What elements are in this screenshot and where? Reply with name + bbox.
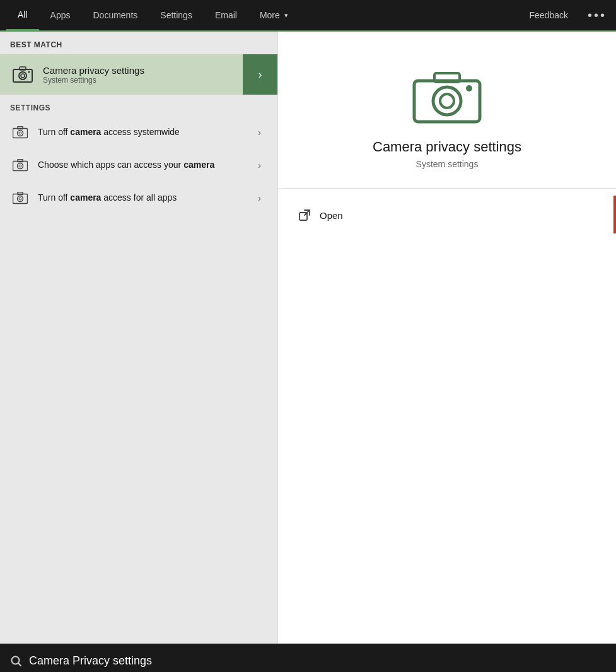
setting-row-3-text: Turn off camera access for all apps [30, 192, 258, 204]
main-content: Best match Camera privacy settings Syste… [0, 32, 616, 644]
setting-row-2-arrow: › [258, 160, 267, 170]
camera-icon-2 [10, 155, 30, 175]
selected-item-text: Camera privacy settings System settings [35, 65, 267, 85]
svg-point-10 [18, 163, 23, 169]
best-match-label: Best match [0, 32, 277, 54]
svg-point-4 [28, 71, 30, 73]
camera-icon-1 [10, 122, 30, 143]
svg-point-7 [19, 132, 21, 134]
setting-row-1[interactable]: Turn off camera access systemwide › [0, 116, 277, 149]
more-options-button[interactable]: ••• [584, 8, 610, 23]
svg-point-15 [19, 197, 21, 200]
red-accent-bar [613, 196, 616, 233]
svg-point-2 [21, 74, 25, 78]
right-panel: Camera privacy settings System settings … [277, 32, 616, 644]
nav-right: Feedback ••• [523, 8, 610, 23]
nav-tabs: All Apps Documents Settings Email More ▾ [6, 0, 523, 31]
settings-section-label: Settings [0, 95, 277, 116]
top-nav: All Apps Documents Settings Email More ▾… [0, 0, 616, 32]
selected-item-arrow-button[interactable]: › [243, 54, 277, 95]
svg-rect-12 [18, 160, 23, 162]
svg-rect-3 [20, 67, 26, 70]
right-panel-divider [278, 188, 616, 189]
tab-documents[interactable]: Documents [81, 0, 149, 31]
right-panel-camera-icon [409, 69, 485, 126]
svg-point-14 [18, 196, 23, 202]
search-input[interactable] [29, 654, 606, 668]
svg-point-11 [19, 165, 21, 167]
tab-settings[interactable]: Settings [149, 0, 204, 31]
setting-row-3[interactable]: Turn off camera access for all apps › [0, 182, 277, 215]
svg-point-21 [466, 85, 472, 91]
tab-apps[interactable]: Apps [39, 0, 82, 31]
left-panel: Best match Camera privacy settings Syste… [0, 32, 277, 644]
svg-rect-16 [18, 192, 23, 195]
svg-point-18 [433, 87, 461, 115]
setting-row-2-text: Choose which apps can access your camera [30, 159, 258, 172]
tab-email[interactable]: Email [204, 0, 248, 31]
camera-icon [10, 62, 35, 87]
external-link-icon [297, 208, 312, 223]
search-icon [10, 655, 23, 668]
feedback-button[interactable]: Feedback [523, 10, 574, 20]
svg-point-6 [18, 131, 23, 136]
camera-icon-3 [10, 188, 30, 208]
selected-item-subtitle: System settings [43, 76, 267, 85]
chevron-down-icon: ▾ [284, 11, 288, 20]
tab-more[interactable]: More ▾ [248, 0, 299, 31]
svg-point-1 [19, 72, 26, 80]
selected-item-title: Camera privacy settings [43, 65, 267, 76]
svg-point-19 [440, 94, 454, 108]
selected-result-item[interactable]: Camera privacy settings System settings … [0, 54, 277, 95]
setting-row-2[interactable]: Choose which apps can access your camera… [0, 149, 277, 182]
setting-row-1-arrow: › [258, 127, 267, 138]
arrow-right-icon: › [259, 68, 262, 81]
setting-row-3-arrow: › [258, 193, 267, 203]
search-bar [0, 644, 616, 672]
svg-rect-8 [18, 127, 23, 129]
right-panel-title: Camera privacy settings [373, 139, 521, 155]
tab-all[interactable]: All [6, 0, 39, 31]
open-row[interactable]: Open [278, 201, 616, 229]
right-panel-subtitle: System settings [416, 159, 479, 169]
setting-row-1-text: Turn off camera access systemwide [30, 126, 258, 139]
open-label: Open [320, 210, 343, 221]
